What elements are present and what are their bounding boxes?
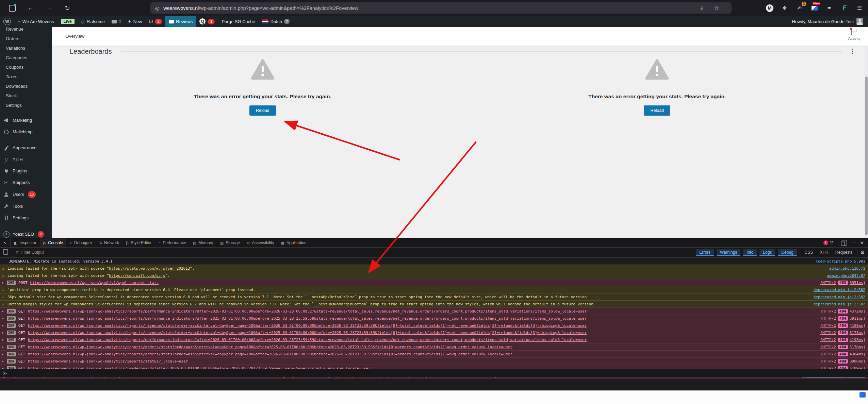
sidebar-item-settings[interactable]: Settings: [0, 212, 52, 224]
filter-errors[interactable]: Errors: [696, 249, 714, 256]
network-status-link[interactable]: [HTTP/24045173ms]: [820, 331, 865, 335]
network-status-link[interactable]: [HTTP/24044384ms]: [820, 352, 865, 356]
network-status-link[interactable]: [HTTP/24044193ms]: [820, 338, 865, 342]
pick-element-icon[interactable]: ↖: [0, 238, 11, 247]
request-url-link[interactable]: https://wearewovens.nl/wp-json/wc-analyt…: [28, 352, 512, 356]
network-status-link[interactable]: [HTTP/24044372ms]: [820, 309, 865, 314]
tab-memory[interactable]: ▤Memory: [190, 238, 217, 247]
source-link[interactable]: deprecated.min.js:2:582: [814, 295, 865, 299]
tab-network[interactable]: ⇅Network: [96, 238, 122, 247]
pip-blue-icon[interactable]: [859, 392, 866, 398]
network-status-link[interactable]: [HTTP/24043911ms]: [820, 316, 865, 321]
tab-console[interactable]: ▷Console: [40, 238, 67, 247]
expand-caret-icon[interactable]: ▶: [2, 338, 7, 341]
activity-panel-toggle[interactable]: Activity: [848, 30, 861, 40]
new-menu[interactable]: +New: [125, 16, 145, 27]
q-plugin-menu[interactable]: Q1: [196, 16, 218, 27]
sidebar-item-revenue[interactable]: Revenue: [0, 27, 52, 34]
reload-button[interactable]: Reload: [249, 105, 276, 116]
back-button[interactable]: ←: [26, 3, 35, 13]
sidebar-item-taxes[interactable]: Taxes: [0, 72, 52, 82]
sidebar-item-snippets[interactable]: ✂ Snippets: [0, 177, 52, 188]
tab-debugger[interactable]: ◗Debugger: [66, 238, 95, 247]
tab-storage[interactable]: ▥Storage: [217, 238, 243, 247]
sidebar-item-orders[interactable]: Orders: [0, 34, 52, 44]
request-url-link[interactable]: https://wearewovens.nl/wp-json/wc-analyt…: [28, 359, 188, 364]
tab-accessibility[interactable]: ⊕Accessibility: [243, 238, 278, 247]
sidebar-item-tools[interactable]: Tools: [0, 201, 52, 212]
screenshot-extension-icon[interactable]: New: [811, 4, 818, 12]
console-settings-gear-icon[interactable]: ⚙: [860, 250, 865, 255]
request-url-link[interactable]: https://wearewovens.nl/wp-json/wc-analyt…: [28, 345, 512, 349]
expand-caret-icon[interactable]: ▶: [2, 360, 7, 363]
request-url-link[interactable]: https://wearewovens.nl/wp-json/wpml/v1/w…: [30, 281, 159, 285]
address-bar[interactable]: ◎ wearewovens.nl/wp-admin/admin.php?page…: [150, 2, 732, 14]
filter-info[interactable]: Info: [743, 249, 757, 256]
menu-hamburger-icon[interactable]: ☰: [856, 4, 863, 12]
tab-performance[interactable]: ◔Performance: [155, 238, 190, 247]
reload-button[interactable]: ↻: [63, 3, 72, 13]
devtools-close-icon[interactable]: ✕: [860, 240, 864, 246]
extensions-puzzle-icon[interactable]: ❖: [781, 4, 788, 12]
sidebar-item-analytics-settings[interactable]: Settings: [0, 101, 52, 110]
clear-console-icon[interactable]: [3, 250, 8, 255]
forward-button[interactable]: →: [44, 3, 54, 13]
network-status-link[interactable]: [HTTP/24044199ms]: [820, 323, 865, 328]
request-url-link[interactable]: https://wearewovens.nl/wp-json/wc-analyt…: [28, 323, 587, 328]
page-scrollbar[interactable]: [865, 46, 868, 238]
expand-caret-icon[interactable]: ▶: [2, 346, 7, 349]
flatsome-menu[interactable]: ◇Flatsome: [78, 16, 108, 27]
yith-notices-menu[interactable]: ☑2: [146, 16, 166, 27]
extension-badged-icon[interactable]: ✍3: [796, 4, 803, 12]
source-link[interactable]: admin.php:116:71: [829, 266, 865, 271]
network-status-link[interactable]: [HTTP/24045178ms]: [820, 345, 865, 349]
devtools-options-icon[interactable]: ⋯: [851, 240, 856, 245]
sidebar-item-appearance[interactable]: Appearance: [0, 142, 52, 154]
sidebar-toggle-icon[interactable]: [7, 3, 17, 13]
scrollbar-thumb[interactable]: [865, 77, 868, 235]
sidebar-item-coupons[interactable]: Coupons: [0, 63, 52, 72]
network-status-link[interactable]: [HTTP/24043906ms]: [820, 359, 865, 364]
save-page-icon[interactable]: ⇩: [698, 4, 705, 12]
source-link[interactable]: admin.php:2847:87: [827, 273, 865, 278]
pen-tool-icon[interactable]: ✒: [826, 4, 833, 12]
purge-cache-menu[interactable]: Purge SG Cache: [218, 16, 258, 27]
request-url-link[interactable]: https://wearewovens.nl/wp-json/wc-analyt…: [28, 316, 587, 321]
responsive-mode-icon[interactable]: [842, 240, 847, 246]
reload-button[interactable]: Reload: [644, 105, 670, 116]
console-error-count[interactable]: !11: [823, 240, 834, 245]
tab-overview[interactable]: Overview: [65, 34, 84, 39]
source-link[interactable]: deprecated.min.js:2:582: [814, 302, 865, 306]
script-url-link[interactable]: https://cdn.sift.com/s.js: [109, 273, 165, 278]
request-url-link[interactable]: https://wearewovens.nl/wp-json/wc-analyt…: [28, 338, 587, 342]
expand-caret-icon[interactable]: ▶: [2, 324, 7, 327]
expand-caret-icon[interactable]: ▶: [2, 317, 7, 320]
expand-caret-icon[interactable]: ▶: [2, 353, 7, 356]
tab-style-editor[interactable]: { }Style Editor: [122, 238, 155, 247]
request-url-link[interactable]: https://wearewovens.nl/wp-json/wc-analyt…: [28, 331, 587, 335]
wp-logo[interactable]: W: [0, 16, 14, 27]
sidebar-item-variations[interactable]: Variations: [0, 44, 52, 53]
sidebar-item-plugins[interactable]: Plugins: [0, 165, 52, 177]
howdy-account[interactable]: Howdy, Maarten de Goede Test: [792, 18, 868, 25]
filter-output-input[interactable]: Filter Output: [21, 250, 44, 255]
sidebar-item-mailchimp[interactable]: Mailchimp: [0, 126, 52, 138]
bookmark-star-icon[interactable]: ☆: [713, 4, 720, 12]
network-status-link[interactable]: [HTTP/24033951ms]: [820, 281, 865, 285]
filter-css[interactable]: CSS: [803, 249, 815, 256]
flatsome-extension-icon[interactable]: F: [841, 4, 848, 12]
reviews-menu[interactable]: Reviews: [165, 16, 196, 27]
source-link[interactable]: load-scripts.php:5:981: [816, 259, 865, 264]
shield-icon[interactable]: ◎: [155, 5, 159, 11]
sidebar-item-categories[interactable]: Categories: [0, 53, 52, 63]
tab-inspector[interactable]: ◧Inspector: [11, 238, 40, 247]
expand-caret-icon[interactable]: ▶: [2, 281, 7, 284]
sidebar-item-downloads[interactable]: Downloads: [0, 82, 52, 91]
language-menu[interactable]: Dutch?: [259, 16, 293, 27]
source-link[interactable]: deprecated.min.js:2:582: [814, 288, 865, 292]
filter-xhr[interactable]: XHR: [818, 249, 830, 256]
sidebar-item-stock[interactable]: Stock: [0, 91, 52, 101]
sidebar-item-users[interactable]: Users13: [0, 188, 52, 201]
expand-caret-icon[interactable]: ▶: [2, 310, 7, 313]
filter-logs[interactable]: Logs: [759, 249, 775, 256]
